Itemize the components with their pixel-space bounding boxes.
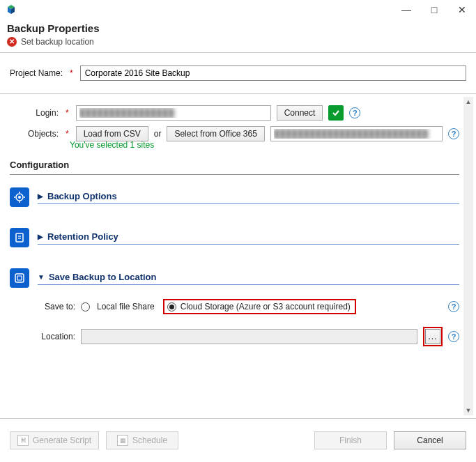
- help-icon[interactable]: ?: [448, 331, 459, 342]
- maximize-button[interactable]: □: [420, 0, 448, 20]
- objects-selected-note: You've selected 1 sites: [70, 140, 459, 150]
- backup-options-section[interactable]: ▶ Backup Options: [10, 187, 459, 207]
- or-text: or: [154, 129, 162, 139]
- save-to-row: Save to: Local file Share Cloud Storage …: [36, 299, 459, 314]
- minimize-button[interactable]: —: [392, 0, 420, 20]
- required-marker: *: [70, 68, 73, 78]
- objects-input[interactable]: [270, 126, 443, 141]
- svg-rect-9: [15, 274, 24, 282]
- calendar-icon: ▦: [117, 435, 128, 446]
- login-label: Login:: [10, 108, 59, 118]
- save-backup-section[interactable]: ▼ Save Backup to Location: [10, 268, 459, 288]
- generate-script-button[interactable]: ⌘ Generate Script: [10, 431, 99, 449]
- schedule-button[interactable]: ▦ Schedule: [106, 431, 178, 449]
- load-from-csv-button[interactable]: Load from CSV: [76, 126, 148, 141]
- error-icon: ✕: [7, 37, 17, 47]
- location-label: Location:: [36, 332, 75, 341]
- project-name-label: Project Name:: [10, 68, 63, 78]
- connect-button[interactable]: Connect: [277, 105, 323, 121]
- script-icon: ⌘: [17, 435, 29, 446]
- scroll-track[interactable]: [463, 107, 473, 406]
- local-file-share-radio[interactable]: [81, 302, 90, 311]
- help-icon[interactable]: ?: [349, 107, 360, 118]
- cloud-storage-label: Cloud Storage (Azure or S3 account requi…: [181, 302, 351, 311]
- close-button[interactable]: ✕: [448, 0, 476, 20]
- page-subtitle: Set backup location: [21, 37, 94, 47]
- location-input[interactable]: [81, 329, 417, 344]
- required-marker: *: [66, 108, 69, 118]
- finish-button[interactable]: Finish: [314, 431, 387, 449]
- cancel-button[interactable]: Cancel: [394, 431, 466, 449]
- location-row: Location: ... ?: [36, 327, 459, 346]
- save-location-icon: [10, 268, 29, 288]
- browse-highlight: ...: [423, 327, 443, 346]
- select-from-365-button[interactable]: Select from Office 365: [167, 126, 265, 141]
- save-to-label: Save to:: [36, 302, 75, 311]
- scroll-up-button[interactable]: ▲: [463, 97, 473, 107]
- browse-button[interactable]: ...: [425, 329, 440, 344]
- cloud-storage-highlight: Cloud Storage (Azure or S3 account requi…: [163, 299, 356, 314]
- vertical-scrollbar[interactable]: ▲ ▼: [463, 97, 473, 415]
- objects-row: Objects: * Load from CSV or Select from …: [10, 126, 459, 141]
- svg-rect-6: [16, 233, 23, 242]
- cloud-storage-radio[interactable]: [167, 302, 176, 311]
- app-logo-icon: [6, 4, 17, 15]
- retention-icon: [10, 228, 29, 247]
- retention-policy-title: Retention Policy: [47, 231, 118, 242]
- backup-options-title: Backup Options: [47, 191, 117, 201]
- help-icon[interactable]: ?: [448, 128, 459, 139]
- titlebar: — □ ✕: [0, 0, 476, 20]
- required-marker: *: [66, 129, 69, 139]
- connected-check-icon: [328, 105, 344, 121]
- chevron-down-icon: ▼: [38, 273, 45, 281]
- project-name-input[interactable]: [80, 66, 466, 81]
- gear-icon: [10, 187, 29, 207]
- scroll-down-button[interactable]: ▼: [463, 406, 473, 415]
- login-input[interactable]: [76, 105, 271, 121]
- chevron-right-icon: ▶: [38, 233, 43, 240]
- footer: ⌘ Generate Script ▦ Schedule Finish Canc…: [0, 418, 476, 462]
- help-icon[interactable]: ?: [448, 301, 459, 312]
- login-row: Login: * Connect ?: [10, 105, 459, 121]
- chevron-right-icon: ▶: [38, 192, 43, 200]
- configuration-header: Configuration: [10, 160, 459, 170]
- local-file-share-label: Local file Share: [97, 302, 155, 311]
- retention-policy-section[interactable]: ▶ Retention Policy: [10, 228, 459, 247]
- svg-point-1: [18, 196, 21, 199]
- objects-label: Objects:: [10, 129, 59, 139]
- page-title: Backup Properties: [7, 22, 469, 34]
- header: Backup Properties ✕ Set backup location: [0, 20, 476, 52]
- save-backup-title: Save Backup to Location: [49, 272, 157, 282]
- project-name-row: Project Name: *: [0, 53, 476, 93]
